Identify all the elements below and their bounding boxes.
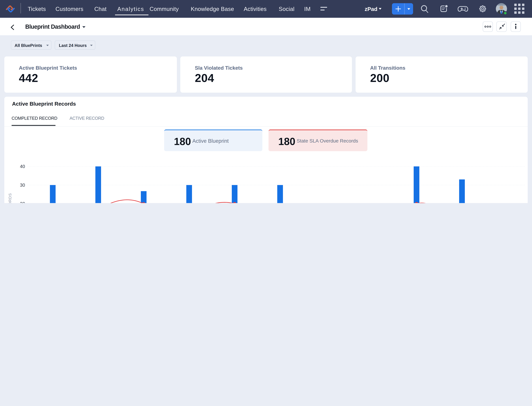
svg-text:RECORDS: RECORDS	[8, 193, 12, 203]
svg-text:40: 40	[20, 164, 25, 169]
svg-text:30: 30	[20, 182, 25, 188]
svg-text:20: 20	[20, 201, 25, 203]
